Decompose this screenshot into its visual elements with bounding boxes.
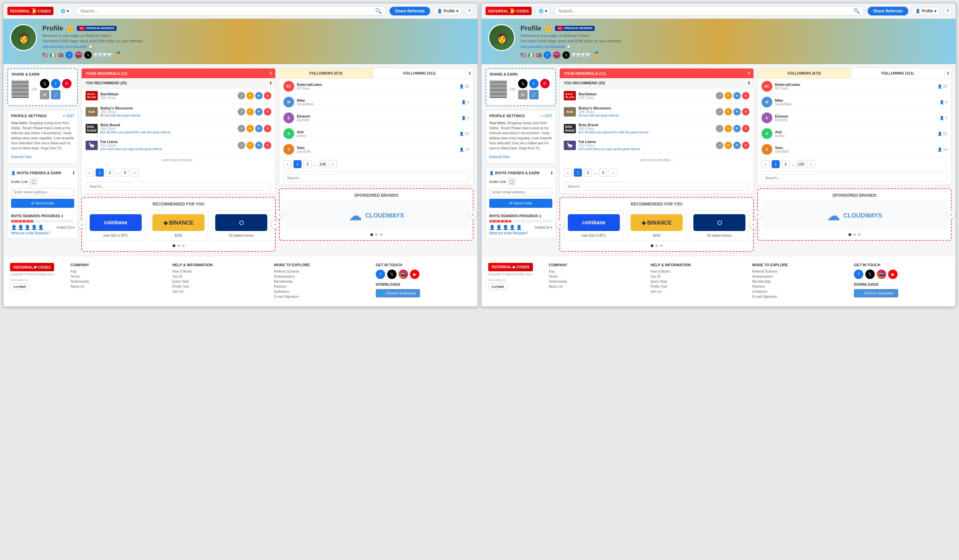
followers-search-input[interactable] [284,174,469,182]
testimonials-link-2[interactable]: Testimonials [549,280,644,283]
copy-invite-link-button-2[interactable]: 📋 [508,178,515,185]
view-ref-btn-r2b[interactable]: 👁 [733,108,741,116]
share-ref-btn-r2b[interactable]: ↗ [716,108,723,116]
page-3-btn-2[interactable]: 3 [599,169,607,177]
view-ref-button[interactable]: 👁 [255,108,263,116]
delete-ref-button[interactable]: ✕ [264,92,271,99]
external-view-link[interactable]: External View [11,155,32,159]
invitations-link[interactable]: Invitations [274,290,369,293]
followers-tab-2[interactable]: FOLLOWERS (673) [758,68,851,78]
page-1-btn-2[interactable]: 1 [574,169,582,177]
cloudways-brand-2[interactable]: ☁ CLOUDWAYS [762,201,947,230]
search-bar[interactable]: 🔍 [76,6,386,16]
carousel-left-arrow[interactable]: ‹ [78,221,86,229]
twitter-x-icon-2[interactable]: 𝕏 [562,51,570,59]
chrome-extension-button[interactable]: 🌐 Chrome Extension [376,289,420,298]
send-invite-button-2[interactable]: ✉ Send Invite [489,199,552,208]
share-referrals-button-2[interactable]: Share Referrals [868,7,908,16]
share-ref-button[interactable]: ↗ [238,108,245,116]
search-bar-2[interactable]: 🔍 [554,6,864,16]
next-page-btn-2[interactable]: › [609,169,617,177]
del-ref-btn-r2b[interactable]: ✕ [742,108,749,116]
pinterest-share-icon[interactable]: P [62,79,72,88]
email-signature-link[interactable]: E-mail Signature [274,295,369,299]
invited-label[interactable]: Invited (2) ▾ [57,226,74,229]
facebook-share-icon[interactable]: f [51,79,61,88]
carousel-right-arrow[interactable]: › [271,221,279,229]
view-ref-button[interactable]: 👁 [255,142,263,149]
edit-button-2[interactable]: ✏ EDIT [541,114,552,118]
search-input-2[interactable] [558,8,851,13]
footer-facebook-icon[interactable]: f [376,270,385,279]
search-input[interactable] [80,8,373,13]
delete-ref-button[interactable]: ✕ [264,125,271,132]
email-input-2[interactable] [489,188,552,196]
invite-rewards-link[interactable]: What are Invite Rewards? [11,231,74,235]
sponsored-right-arrow-2[interactable]: › [947,210,955,219]
page-3-button[interactable]: 3 [121,169,129,177]
next-page-button[interactable]: › [131,169,139,177]
faq-link[interactable]: Faq [70,270,166,273]
followers-page-1[interactable]: 1 [293,160,301,168]
edit-ref-button-r2[interactable]: ✏ [725,92,732,99]
prev-page-button[interactable]: ‹ [86,169,94,177]
faq-link-2[interactable]: Faq [549,270,644,273]
help-button[interactable]: ? [465,7,473,15]
about-us-link-2[interactable]: About Us [549,285,644,288]
following-tab[interactable]: FOLLOWING (311) [373,68,467,78]
join-us-link[interactable]: Join Us [172,290,267,293]
profile-link-2[interactable]: referralcodes.com/Sarah89 📋 [521,44,621,49]
carousel-right-arrow-2[interactable]: › [749,221,757,229]
globe-button-2[interactable]: 🌐 ▾ [535,7,551,15]
page-2-btn-2[interactable]: 2 [584,169,592,177]
followers-search-input-2[interactable] [761,174,947,182]
pinterest-share-icon-2[interactable]: P [540,79,550,88]
external-view-link-2[interactable]: External View [489,155,510,159]
followers-tab[interactable]: FOLLOWERS (673) [279,68,373,78]
twitter-x-icon[interactable]: 𝕏 [84,51,92,59]
dot-1[interactable] [173,244,175,247]
footer-youtube-icon[interactable]: ▶ [410,270,419,279]
following-tab-2[interactable]: FOLLOWING (311) [851,68,945,78]
page-1-button[interactable]: 1 [96,169,104,177]
profile-button[interactable]: 👤 Profile ▾ [433,7,462,15]
footer-twitter-icon[interactable]: 𝕏 [387,270,397,279]
instagram-icon-2[interactable]: 📷 [553,51,561,59]
terms-link[interactable]: Terms [70,275,166,278]
share-ref-button-r2[interactable]: ↗ [716,92,723,99]
ambassadors-link[interactable]: Ambassadors [274,275,369,278]
invite-rewards-link-2[interactable]: What are Invite Rewards? [489,231,552,235]
view-ref-button-r2[interactable]: 👁 [733,92,741,99]
sponsored-left-arrow[interactable]: ‹ [276,210,284,219]
copy-invite-link-button[interactable]: 📋 [30,178,37,185]
membership-link[interactable]: Membership [274,280,369,283]
sponsored-dot-1[interactable] [370,233,373,236]
email-share-icon-2[interactable]: ✉ [518,90,527,99]
dot-2[interactable] [177,244,180,247]
facebook-icon-2[interactable]: f [544,51,551,59]
delete-ref-button[interactable]: ✕ [264,142,271,149]
twitter-share-icon[interactable]: 𝕏 [40,79,49,88]
carousel-left-arrow-2[interactable]: ‹ [556,221,564,229]
how-it-works-link[interactable]: How it Works [172,270,267,273]
sponsored-left-arrow-2[interactable]: ‹ [754,210,762,219]
sponsored-dot-3[interactable] [380,233,382,236]
sponsored-right-arrow[interactable]: › [469,210,477,219]
send-invite-button[interactable]: ✉ Send Invite [11,199,74,208]
cloudways-brand[interactable]: ☁ CLOUDWAYS [284,201,469,230]
facebook-share-icon-2[interactable]: f [529,79,538,88]
share-ref-button[interactable]: ↗ [238,142,245,149]
quick-start-link[interactable]: Quick Start [172,280,267,283]
followers-prev-button[interactable]: ‹ [284,160,292,168]
twitter-share-icon-2[interactable]: 𝕏 [518,79,527,88]
view-ref-button[interactable]: 👁 [255,92,263,99]
help-button-2[interactable]: ? [943,7,952,15]
followers-page-135[interactable]: 135 [319,160,327,168]
prev-page-btn-2[interactable]: ‹ [564,169,572,177]
profile-tour-link[interactable]: Profile Tour [172,285,267,288]
followers-page-2[interactable]: 2 [304,160,312,168]
referral-scheme-link[interactable]: Referral Scheme [274,270,369,273]
site-logo[interactable]: REFERRAL ▶ CODES [7,7,53,15]
partners-link[interactable]: Partners [274,285,369,288]
link-share-icon-2[interactable]: 🔗 [529,90,538,99]
